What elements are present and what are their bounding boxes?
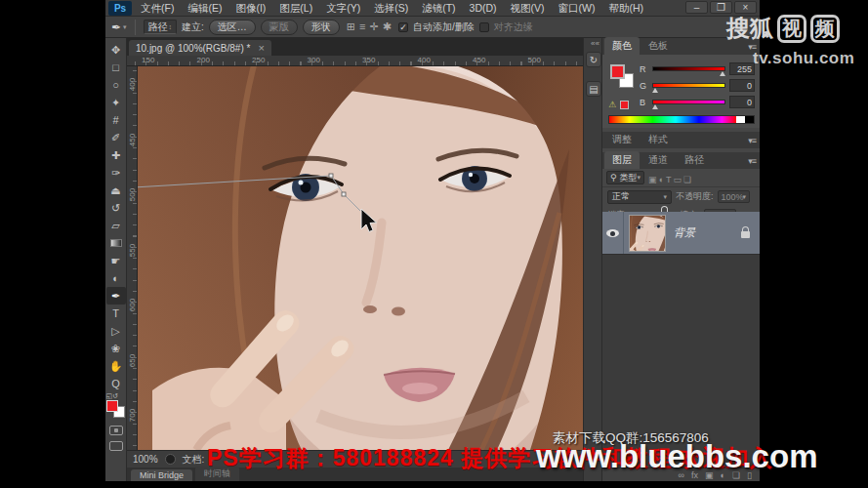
adjustments-panel-tabs: 调整样式▾≡ [602,132,760,148]
tab-路径[interactable]: 路径 [677,151,712,169]
custom-shape-tool[interactable]: ❀ [106,340,126,357]
gamut-color-chip[interactable] [620,101,629,109]
channel-slider[interactable] [652,66,725,71]
panel-menu-icon[interactable]: ▾≡ [748,156,756,166]
foreground-color-swatch[interactable] [610,64,625,79]
path-selection-tool[interactable]: ▷ [106,322,126,340]
channel-value[interactable]: 0 [729,79,755,92]
dodge-tool[interactable]: ◐ [106,269,126,287]
layer-name[interactable]: 背景 [674,225,741,240]
zoom-level-value[interactable]: 100% [133,454,158,465]
make-selection-button[interactable]: 选区… [209,20,256,35]
channel-slider[interactable] [652,83,725,88]
tab-调整[interactable]: 调整 [604,131,640,148]
eraser-tool[interactable]: ▱ [106,217,126,234]
eyedropper-tool[interactable]: ✐ [106,129,126,146]
history-panel-icon[interactable]: ↻ [586,52,601,67]
tab-颜色[interactable]: 颜色 [604,37,640,55]
menu-item[interactable]: 滤镜(T) [415,0,462,16]
marquee-tool[interactable]: □ [106,59,126,76]
ruler-label: 150 [142,56,154,64]
tab-样式[interactable]: 样式 [641,131,676,148]
filter-smart-objects-icon[interactable]: ❏ [682,175,692,184]
hand-tool[interactable]: ✋ [106,357,126,375]
auto-add-delete-checkbox[interactable]: ✓ [398,22,408,32]
tab-色板[interactable]: 色板 [641,37,676,55]
slider-marker-icon[interactable] [652,104,658,109]
zoom-tool[interactable]: Q [106,375,126,392]
status-circle-icon [165,454,176,465]
layer-visibility-toggle[interactable] [602,212,624,254]
tab-通道[interactable]: 通道 [641,151,676,169]
tool-preset-dropdown-icon[interactable]: ▾ [123,23,127,31]
opacity-value[interactable]: 100% ▾ [718,190,751,203]
chevron-down-icon: ▾ [743,193,747,201]
pen-mode-value: 路径 [148,20,168,34]
menu-item[interactable]: 窗口(W) [552,0,602,16]
ruler-label: 600 [128,293,137,318]
panel-menu-icon[interactable]: ▾≡ [748,136,756,145]
menu-item[interactable]: 选择(S) [367,0,415,16]
website-watermark: www.bluebbs.com [536,438,817,475]
default-colors-icon[interactable]: ◱↺ [106,392,118,400]
photo-canvas[interactable] [138,66,583,450]
tools-panel: ✥□○✦#✐✚✑⏏↺▱☛◐✒T▷❀✋Q◱↺ [105,38,127,481]
menu-item[interactable]: 编辑(E) [181,0,228,16]
filter-type-layers-icon[interactable]: T [665,175,673,184]
screen-mode-button[interactable] [109,441,123,451]
expand-panels-icon[interactable]: «« [591,39,599,48]
pen-tool-preset-icon[interactable]: ✒ [111,20,121,34]
history-brush-tool[interactable]: ↺ [106,199,126,217]
path-arrange-icon[interactable]: ✛ [368,20,381,32]
path-operations-icon[interactable]: ⊞ [345,20,357,32]
gradient-tool[interactable] [106,234,126,252]
crop-tool[interactable]: # [106,111,126,129]
make-mask-button[interactable]: 蒙版 [261,20,298,35]
channel-slider[interactable] [652,100,725,104]
lasso-tool[interactable]: ○ [106,76,126,94]
document-tab[interactable]: 10.jpg @ 100%(RGB/8#) * × [129,40,271,56]
foreground-swatch[interactable] [106,400,118,412]
pen-tool[interactable]: ✒ [106,287,126,305]
mini-bridge-tab[interactable]: Mini Bridge [131,469,192,481]
slider-marker-icon[interactable] [652,88,658,93]
align-edges-checkbox[interactable] [479,22,489,32]
clone-stamp-tool[interactable]: ⏏ [106,182,126,199]
menu-item[interactable]: 文件(F) [134,0,181,16]
menu-item[interactable]: 帮助(H) [602,0,651,16]
make-shape-button[interactable]: 形状 [303,20,340,35]
minimize-button[interactable]: – [685,1,708,14]
smudge-tool[interactable]: ☛ [106,252,126,269]
quick-selection-tool[interactable]: ✦ [106,94,126,111]
menu-item[interactable]: 图像(I) [228,0,272,16]
layer-thumbnail[interactable] [629,215,666,252]
type-tool[interactable]: T [106,305,126,322]
brush-tool[interactable]: ✑ [106,164,126,182]
pen-options-gear-icon[interactable]: ✱ [381,20,393,32]
background-layer-row[interactable]: 背景 [602,212,760,255]
pen-mode-select[interactable]: 路径 ↕ [144,20,178,34]
channel-value[interactable]: 0 [729,96,755,108]
menu-item[interactable]: 图层(L) [272,0,319,16]
menu-item[interactable]: 视图(V) [504,0,552,16]
color-spectrum-bar[interactable] [608,115,755,124]
tab-图层[interactable]: 图层 [604,151,640,169]
slider-marker-icon[interactable] [720,71,725,76]
gamut-warning-icon[interactable]: ⚠ [608,100,616,109]
document-info-label[interactable]: 文档: [183,453,205,467]
menu-item[interactable]: 文字(Y) [319,0,367,16]
move-tool[interactable]: ✥ [106,41,126,59]
blend-mode-select[interactable]: 正常 ▾ [607,190,672,204]
spot-healing-tool[interactable]: ✚ [106,146,126,164]
path-alignment-icon[interactable]: ≡ [357,20,367,32]
properties-panel-icon[interactable]: ▤ [586,81,601,97]
filter-pixel-layers-icon[interactable]: ▣ [647,175,658,184]
auto-add-delete-label: 自动添加/删除 [413,20,475,34]
quick-mask-button[interactable] [109,426,123,435]
document-close-icon[interactable]: × [258,42,264,54]
path-option-icons: ⊞≡✛✱ [345,20,393,33]
filter-shape-layers-icon[interactable]: ▭ [673,175,683,184]
filter-adjustment-layers-icon[interactable]: ◐ [658,175,665,184]
menu-item[interactable]: 3D(D) [463,0,504,16]
layer-filter-kind-select[interactable]: ⚲ 类型 ▾ [606,171,644,184]
